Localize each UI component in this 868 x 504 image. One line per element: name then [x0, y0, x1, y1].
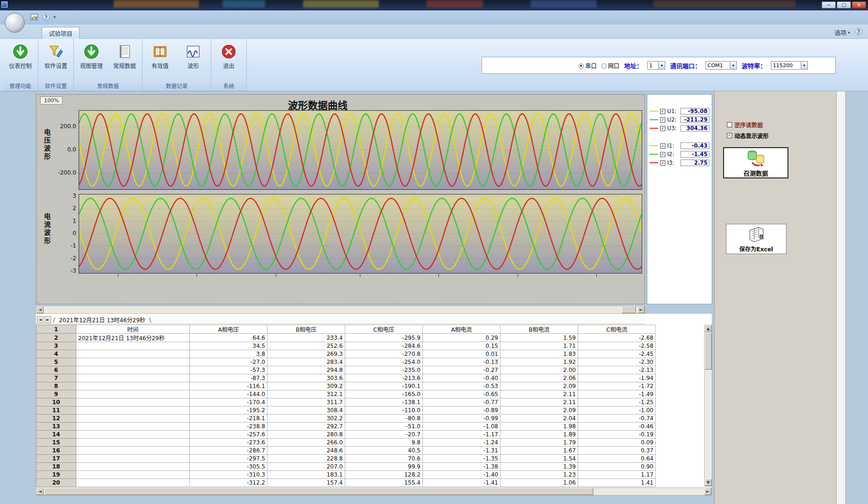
- sheet-next-icon[interactable]: ►: [45, 316, 51, 323]
- cell[interactable]: -254.0: [345, 358, 423, 366]
- ribbon-button-rms[interactable]: 有效值: [145, 42, 175, 71]
- cell[interactable]: -0.77: [423, 398, 501, 407]
- column-header[interactable]: A相电压: [190, 325, 268, 334]
- cell[interactable]: 2.06: [501, 374, 578, 382]
- cell[interactable]: -165.0: [345, 390, 423, 398]
- cell[interactable]: [76, 415, 190, 423]
- cell[interactable]: -218.1: [190, 415, 268, 423]
- legend-checkbox-I2[interactable]: ✓: [660, 152, 665, 157]
- port-select[interactable]: COM1 ▾: [706, 61, 737, 70]
- cell[interactable]: -312.2: [190, 479, 268, 487]
- cell[interactable]: 99.9: [345, 463, 423, 471]
- cell[interactable]: 1.89: [501, 431, 578, 439]
- cell[interactable]: -0.65: [423, 390, 501, 398]
- ribbon-button-settings[interactable]: 软件设置: [41, 42, 71, 71]
- cell[interactable]: -2.30: [578, 358, 656, 366]
- scroll-down-icon[interactable]: ▼: [705, 479, 712, 486]
- window-maximize-button[interactable]: □: [837, 1, 851, 9]
- cell[interactable]: [76, 479, 190, 487]
- poll-data-button[interactable]: 召测数据: [723, 147, 788, 178]
- scroll-up-icon[interactable]: ▲: [705, 325, 712, 332]
- column-header[interactable]: B相电压: [268, 325, 345, 334]
- cell[interactable]: 2021年12月21日 13时46分29秒: [76, 334, 190, 342]
- row-number[interactable]: 5: [36, 358, 76, 366]
- chart-horizontal-scrollbar[interactable]: ◄ ►: [36, 306, 645, 314]
- row-number[interactable]: 8: [36, 382, 76, 390]
- cell[interactable]: [76, 350, 190, 358]
- legend-checkbox-I1[interactable]: ✓: [660, 143, 665, 149]
- cell[interactable]: 302.2: [268, 415, 345, 423]
- cell[interactable]: -1.08: [423, 423, 501, 431]
- cell[interactable]: -0.19: [578, 431, 656, 439]
- scroll-left-icon[interactable]: ◄: [36, 306, 44, 313]
- cell[interactable]: -80.8: [345, 415, 423, 423]
- cell[interactable]: [76, 374, 190, 382]
- column-header[interactable]: C相电压: [345, 325, 423, 334]
- cell[interactable]: 2.11: [501, 398, 578, 407]
- qat-chart-icon[interactable]: [29, 12, 39, 22]
- scroll-thumb[interactable]: [705, 333, 712, 370]
- row-number[interactable]: 17: [36, 455, 76, 463]
- cell[interactable]: -235.0: [345, 366, 423, 374]
- cell[interactable]: 311.7: [268, 398, 345, 407]
- cell[interactable]: -0.46: [578, 423, 656, 431]
- qat-help-icon[interactable]: ?: [43, 14, 50, 21]
- column-header[interactable]: A相电流: [423, 325, 501, 334]
- cell[interactable]: 1.83: [501, 350, 578, 358]
- cell[interactable]: 1.67: [501, 447, 578, 455]
- row-number[interactable]: 16: [36, 447, 76, 455]
- row-number[interactable]: 12: [36, 415, 76, 423]
- cell[interactable]: 70.6: [345, 455, 423, 463]
- cell[interactable]: -2.45: [578, 350, 656, 358]
- ribbon-button-view-manage[interactable]: 视图管理: [77, 42, 106, 71]
- row-number[interactable]: 13: [36, 423, 76, 431]
- cell[interactable]: 2.09: [501, 382, 578, 390]
- row-number[interactable]: 2: [36, 334, 76, 342]
- cell[interactable]: [76, 390, 190, 398]
- cell[interactable]: -1.35: [423, 455, 501, 463]
- cell[interactable]: 0.90: [578, 463, 656, 471]
- cell[interactable]: 269.3: [268, 350, 345, 358]
- cell[interactable]: 1.71: [501, 342, 578, 350]
- scroll-right-icon[interactable]: ►: [704, 488, 711, 495]
- table-vertical-scrollbar[interactable]: ▲ ▼: [704, 325, 712, 486]
- cell[interactable]: 0.29: [423, 334, 501, 342]
- cell[interactable]: -138.1: [345, 398, 423, 407]
- cell[interactable]: [76, 471, 190, 479]
- row-number[interactable]: 3: [36, 342, 76, 350]
- table-horizontal-scrollbar[interactable]: ◄ ►: [36, 487, 712, 495]
- cell[interactable]: -20.7: [345, 431, 423, 439]
- cell[interactable]: -1.24: [423, 439, 501, 447]
- cell[interactable]: -1.00: [578, 407, 656, 415]
- cell[interactable]: -297.5: [190, 455, 268, 463]
- cell[interactable]: -213.6: [345, 374, 423, 382]
- cell[interactable]: 248.6: [268, 447, 345, 455]
- cell[interactable]: -116.1: [190, 382, 268, 390]
- cell[interactable]: -2.68: [578, 334, 656, 342]
- column-header[interactable]: 时间: [76, 325, 190, 334]
- cell[interactable]: 2.00: [501, 366, 578, 374]
- cell[interactable]: 309.2: [268, 382, 345, 390]
- reverse-read-checkbox-row[interactable]: 逆序读数据: [727, 121, 836, 129]
- cell[interactable]: 1.54: [501, 455, 578, 463]
- cell[interactable]: -1.38: [423, 463, 501, 471]
- scroll-right-icon[interactable]: ►: [637, 306, 644, 313]
- cell[interactable]: -0.53: [423, 382, 501, 390]
- cell[interactable]: 1.39: [501, 463, 578, 471]
- cell[interactable]: -1.41: [423, 479, 501, 487]
- cell[interactable]: 64.6: [190, 334, 268, 342]
- cell[interactable]: 1.92: [501, 358, 578, 366]
- sheet-tab[interactable]: 2021年12月21日 13时46分29秒: [57, 316, 147, 324]
- scroll-left-icon[interactable]: ◄: [36, 488, 44, 495]
- cell[interactable]: -1.17: [423, 431, 501, 439]
- help-icon[interactable]: ?: [855, 28, 862, 35]
- cell[interactable]: -170.4: [190, 398, 268, 407]
- ribbon-button-data[interactable]: 常规数据: [110, 42, 139, 71]
- cell[interactable]: 0.15: [423, 342, 501, 350]
- cell[interactable]: 303.6: [268, 374, 345, 382]
- cell[interactable]: 2.09: [501, 407, 578, 415]
- cell[interactable]: -27.0: [190, 358, 268, 366]
- cell[interactable]: [76, 447, 190, 455]
- cell[interactable]: [76, 342, 190, 350]
- cell[interactable]: 233.4: [268, 334, 345, 342]
